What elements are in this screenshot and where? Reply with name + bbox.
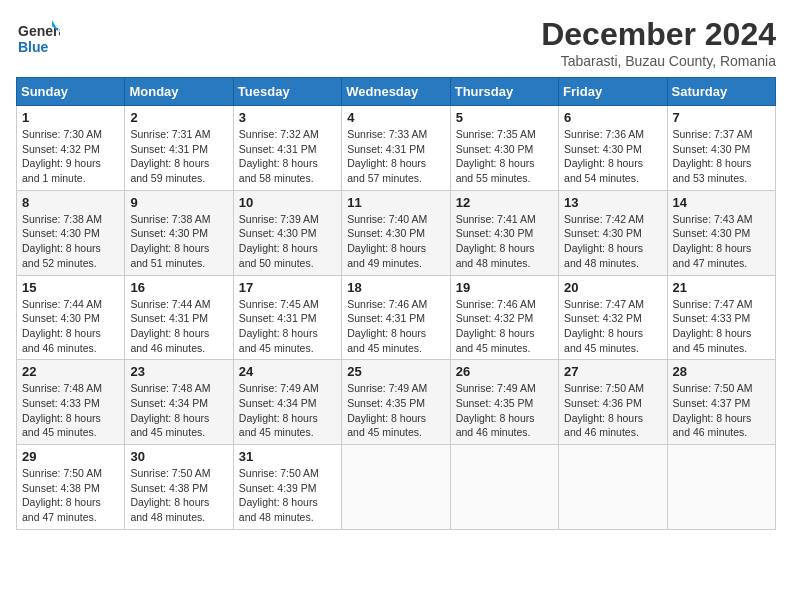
day-number: 27 <box>564 364 661 379</box>
weekday-header: Thursday <box>450 78 558 106</box>
day-number: 23 <box>130 364 227 379</box>
day-info: Sunrise: 7:47 AM Sunset: 4:33 PM Dayligh… <box>673 297 770 356</box>
calendar-cell: 17 Sunrise: 7:45 AM Sunset: 4:31 PM Dayl… <box>233 275 341 360</box>
calendar-cell: 8 Sunrise: 7:38 AM Sunset: 4:30 PM Dayli… <box>17 190 125 275</box>
day-info: Sunrise: 7:48 AM Sunset: 4:34 PM Dayligh… <box>130 381 227 440</box>
calendar-cell: 29 Sunrise: 7:50 AM Sunset: 4:38 PM Dayl… <box>17 445 125 530</box>
calendar-cell: 19 Sunrise: 7:46 AM Sunset: 4:32 PM Dayl… <box>450 275 558 360</box>
calendar-cell <box>559 445 667 530</box>
calendar-cell <box>342 445 450 530</box>
weekday-header-row: SundayMondayTuesdayWednesdayThursdayFrid… <box>17 78 776 106</box>
day-info: Sunrise: 7:42 AM Sunset: 4:30 PM Dayligh… <box>564 212 661 271</box>
calendar-cell: 7 Sunrise: 7:37 AM Sunset: 4:30 PM Dayli… <box>667 106 775 191</box>
calendar-cell: 5 Sunrise: 7:35 AM Sunset: 4:30 PM Dayli… <box>450 106 558 191</box>
day-number: 30 <box>130 449 227 464</box>
day-info: Sunrise: 7:31 AM Sunset: 4:31 PM Dayligh… <box>130 127 227 186</box>
day-number: 9 <box>130 195 227 210</box>
logo-svg: General Blue <box>16 16 60 60</box>
calendar-cell: 4 Sunrise: 7:33 AM Sunset: 4:31 PM Dayli… <box>342 106 450 191</box>
day-number: 7 <box>673 110 770 125</box>
day-number: 15 <box>22 280 119 295</box>
day-number: 17 <box>239 280 336 295</box>
header: General Blue December 2024 Tabarasti, Bu… <box>16 16 776 69</box>
calendar-cell: 24 Sunrise: 7:49 AM Sunset: 4:34 PM Dayl… <box>233 360 341 445</box>
calendar-week-row: 15 Sunrise: 7:44 AM Sunset: 4:30 PM Dayl… <box>17 275 776 360</box>
day-number: 8 <box>22 195 119 210</box>
calendar-cell: 23 Sunrise: 7:48 AM Sunset: 4:34 PM Dayl… <box>125 360 233 445</box>
day-number: 10 <box>239 195 336 210</box>
day-info: Sunrise: 7:43 AM Sunset: 4:30 PM Dayligh… <box>673 212 770 271</box>
day-number: 29 <box>22 449 119 464</box>
day-number: 25 <box>347 364 444 379</box>
day-info: Sunrise: 7:44 AM Sunset: 4:30 PM Dayligh… <box>22 297 119 356</box>
calendar-cell: 3 Sunrise: 7:32 AM Sunset: 4:31 PM Dayli… <box>233 106 341 191</box>
day-number: 14 <box>673 195 770 210</box>
day-number: 4 <box>347 110 444 125</box>
calendar-cell: 10 Sunrise: 7:39 AM Sunset: 4:30 PM Dayl… <box>233 190 341 275</box>
day-info: Sunrise: 7:47 AM Sunset: 4:32 PM Dayligh… <box>564 297 661 356</box>
calendar-cell: 30 Sunrise: 7:50 AM Sunset: 4:38 PM Dayl… <box>125 445 233 530</box>
day-number: 2 <box>130 110 227 125</box>
day-number: 11 <box>347 195 444 210</box>
calendar-table: SundayMondayTuesdayWednesdayThursdayFrid… <box>16 77 776 530</box>
day-info: Sunrise: 7:35 AM Sunset: 4:30 PM Dayligh… <box>456 127 553 186</box>
day-number: 5 <box>456 110 553 125</box>
weekday-header: Sunday <box>17 78 125 106</box>
day-number: 22 <box>22 364 119 379</box>
day-number: 12 <box>456 195 553 210</box>
day-number: 13 <box>564 195 661 210</box>
day-info: Sunrise: 7:48 AM Sunset: 4:33 PM Dayligh… <box>22 381 119 440</box>
subtitle: Tabarasti, Buzau County, Romania <box>541 53 776 69</box>
calendar-cell: 14 Sunrise: 7:43 AM Sunset: 4:30 PM Dayl… <box>667 190 775 275</box>
day-number: 26 <box>456 364 553 379</box>
day-info: Sunrise: 7:38 AM Sunset: 4:30 PM Dayligh… <box>130 212 227 271</box>
day-info: Sunrise: 7:49 AM Sunset: 4:35 PM Dayligh… <box>456 381 553 440</box>
day-number: 3 <box>239 110 336 125</box>
day-info: Sunrise: 7:49 AM Sunset: 4:34 PM Dayligh… <box>239 381 336 440</box>
calendar-cell: 20 Sunrise: 7:47 AM Sunset: 4:32 PM Dayl… <box>559 275 667 360</box>
day-number: 28 <box>673 364 770 379</box>
day-info: Sunrise: 7:39 AM Sunset: 4:30 PM Dayligh… <box>239 212 336 271</box>
svg-text:Blue: Blue <box>18 39 49 55</box>
day-info: Sunrise: 7:50 AM Sunset: 4:38 PM Dayligh… <box>22 466 119 525</box>
day-info: Sunrise: 7:50 AM Sunset: 4:36 PM Dayligh… <box>564 381 661 440</box>
calendar-cell <box>667 445 775 530</box>
calendar-week-row: 8 Sunrise: 7:38 AM Sunset: 4:30 PM Dayli… <box>17 190 776 275</box>
calendar-cell: 2 Sunrise: 7:31 AM Sunset: 4:31 PM Dayli… <box>125 106 233 191</box>
calendar-cell: 15 Sunrise: 7:44 AM Sunset: 4:30 PM Dayl… <box>17 275 125 360</box>
weekday-header: Saturday <box>667 78 775 106</box>
calendar-cell: 28 Sunrise: 7:50 AM Sunset: 4:37 PM Dayl… <box>667 360 775 445</box>
day-info: Sunrise: 7:32 AM Sunset: 4:31 PM Dayligh… <box>239 127 336 186</box>
weekday-header: Wednesday <box>342 78 450 106</box>
calendar-cell: 13 Sunrise: 7:42 AM Sunset: 4:30 PM Dayl… <box>559 190 667 275</box>
day-info: Sunrise: 7:45 AM Sunset: 4:31 PM Dayligh… <box>239 297 336 356</box>
calendar-cell <box>450 445 558 530</box>
day-info: Sunrise: 7:50 AM Sunset: 4:37 PM Dayligh… <box>673 381 770 440</box>
calendar-week-row: 29 Sunrise: 7:50 AM Sunset: 4:38 PM Dayl… <box>17 445 776 530</box>
day-info: Sunrise: 7:33 AM Sunset: 4:31 PM Dayligh… <box>347 127 444 186</box>
month-title: December 2024 <box>541 16 776 53</box>
calendar-week-row: 22 Sunrise: 7:48 AM Sunset: 4:33 PM Dayl… <box>17 360 776 445</box>
logo: General Blue <box>16 16 60 60</box>
calendar-cell: 16 Sunrise: 7:44 AM Sunset: 4:31 PM Dayl… <box>125 275 233 360</box>
day-info: Sunrise: 7:41 AM Sunset: 4:30 PM Dayligh… <box>456 212 553 271</box>
calendar-cell: 22 Sunrise: 7:48 AM Sunset: 4:33 PM Dayl… <box>17 360 125 445</box>
weekday-header: Tuesday <box>233 78 341 106</box>
day-number: 18 <box>347 280 444 295</box>
day-info: Sunrise: 7:50 AM Sunset: 4:39 PM Dayligh… <box>239 466 336 525</box>
day-info: Sunrise: 7:37 AM Sunset: 4:30 PM Dayligh… <box>673 127 770 186</box>
calendar-cell: 18 Sunrise: 7:46 AM Sunset: 4:31 PM Dayl… <box>342 275 450 360</box>
day-info: Sunrise: 7:36 AM Sunset: 4:30 PM Dayligh… <box>564 127 661 186</box>
weekday-header: Friday <box>559 78 667 106</box>
day-info: Sunrise: 7:46 AM Sunset: 4:31 PM Dayligh… <box>347 297 444 356</box>
weekday-header: Monday <box>125 78 233 106</box>
calendar-week-row: 1 Sunrise: 7:30 AM Sunset: 4:32 PM Dayli… <box>17 106 776 191</box>
calendar-cell: 1 Sunrise: 7:30 AM Sunset: 4:32 PM Dayli… <box>17 106 125 191</box>
day-number: 6 <box>564 110 661 125</box>
day-number: 1 <box>22 110 119 125</box>
day-info: Sunrise: 7:46 AM Sunset: 4:32 PM Dayligh… <box>456 297 553 356</box>
calendar-cell: 11 Sunrise: 7:40 AM Sunset: 4:30 PM Dayl… <box>342 190 450 275</box>
calendar-cell: 26 Sunrise: 7:49 AM Sunset: 4:35 PM Dayl… <box>450 360 558 445</box>
calendar-cell: 25 Sunrise: 7:49 AM Sunset: 4:35 PM Dayl… <box>342 360 450 445</box>
day-info: Sunrise: 7:38 AM Sunset: 4:30 PM Dayligh… <box>22 212 119 271</box>
